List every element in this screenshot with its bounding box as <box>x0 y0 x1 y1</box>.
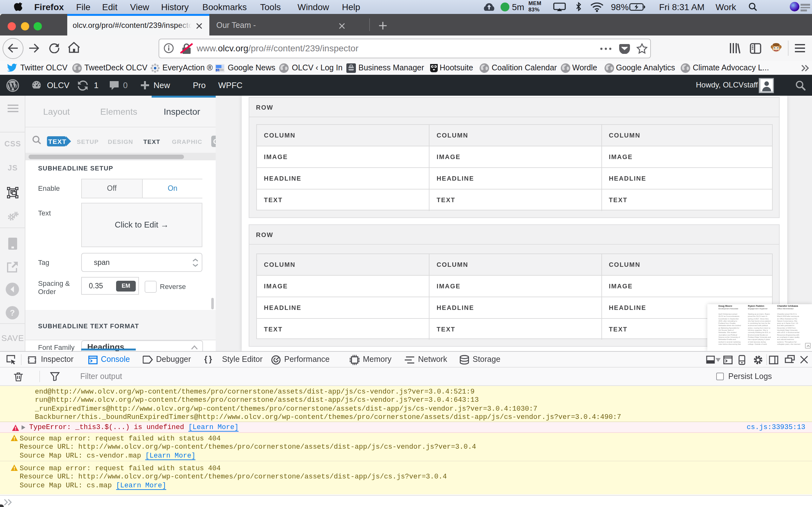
svg-text:?: ? <box>10 308 15 318</box>
svg-text:G: G <box>217 68 219 72</box>
